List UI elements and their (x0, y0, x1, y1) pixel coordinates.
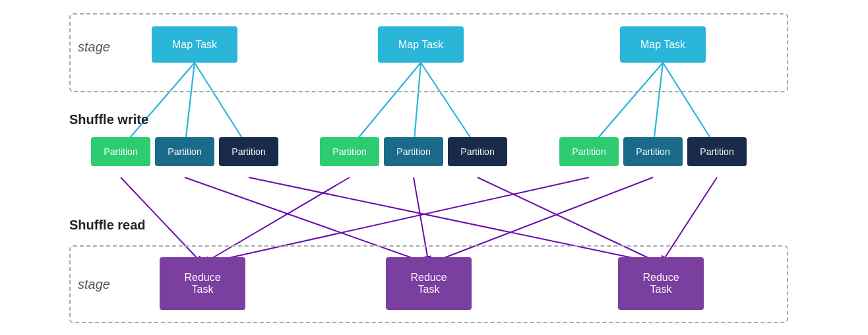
shuffle-write-label: Shuffle write (69, 112, 148, 127)
reduce-task-2: ReduceTask (386, 257, 472, 310)
map-task-1: Map Task (152, 26, 237, 63)
map-task-3: Map Task (620, 26, 706, 63)
reduce-task-3: ReduceTask (618, 257, 704, 310)
partition-2-3: Partition (448, 137, 507, 166)
top-stage-label: stage (78, 40, 110, 55)
partition-1-3: Partition (219, 137, 278, 166)
map-task-2: Map Task (378, 26, 464, 63)
diagram-container: stage Map Task Map Task Map Task Shuffle… (0, 0, 868, 335)
partition-3-3: Partition (687, 137, 747, 166)
partition-1-2: Partition (155, 137, 214, 166)
partition-3-2: Partition (623, 137, 683, 166)
partition-2-1: Partition (320, 137, 379, 166)
shuffle-read-label: Shuffle read (69, 218, 146, 233)
bottom-stage-label: stage (78, 277, 110, 292)
partition-2-2: Partition (384, 137, 443, 166)
partition-1-1: Partition (91, 137, 150, 166)
partition-3-1: Partition (559, 137, 619, 166)
reduce-task-1: ReduceTask (160, 257, 245, 310)
